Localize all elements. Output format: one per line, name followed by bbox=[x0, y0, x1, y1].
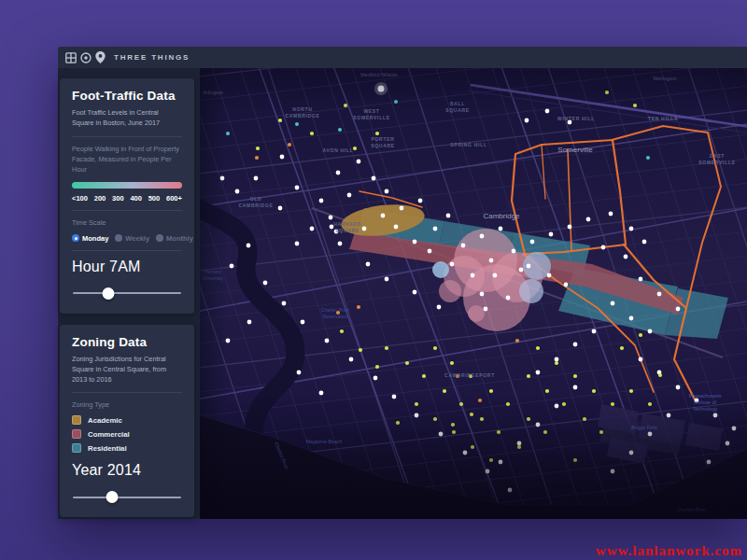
zoning-legend-residential: Residential bbox=[72, 443, 182, 453]
svg-text:TEN HILLS: TEN HILLS bbox=[648, 116, 678, 121]
sidebar: Foot-Traffic Data Foot Traffic Levels in… bbox=[58, 68, 200, 519]
svg-text:Arlington: Arlington bbox=[203, 90, 223, 95]
traffic-gradient-bar bbox=[72, 182, 182, 189]
year-value: Year 2014 bbox=[72, 462, 182, 479]
svg-text:PORTER: PORTER bbox=[371, 136, 394, 142]
pin-icon bbox=[95, 51, 106, 63]
svg-text:SQUARE: SQUARE bbox=[371, 143, 395, 148]
radio-icon[interactable] bbox=[156, 234, 163, 242]
time-option-label: Monthly bbox=[166, 234, 193, 243]
foot-traffic-panel: Foot-Traffic Data Foot Traffic Levels in… bbox=[60, 78, 194, 314]
svg-text:CAMBRIDGEPORT: CAMBRIDGEPORT bbox=[444, 372, 495, 378]
svg-text:NORTH: NORTH bbox=[292, 106, 312, 112]
map-canvas[interactable]: ArlingtonMedford HillsideWellingtonNORTH… bbox=[200, 68, 747, 519]
app-window: THREE THINGS Foot-Traffic Data Foot Traf… bbox=[58, 47, 747, 519]
zoning-label: Academic bbox=[88, 416, 122, 425]
time-option-label: Weekly bbox=[125, 234, 149, 243]
svg-text:HARVARD: HARVARD bbox=[333, 221, 360, 227]
zoning-label: Commercial bbox=[88, 430, 130, 439]
grid-icon bbox=[65, 52, 77, 63]
svg-text:Harvard: Harvard bbox=[204, 269, 221, 274]
svg-text:AVON HILL: AVON HILL bbox=[323, 147, 354, 153]
hour-slider-track[interactable] bbox=[73, 292, 181, 294]
svg-text:SOMERVILLE: SOMERVILLE bbox=[698, 160, 735, 165]
hour-slider-thumb[interactable] bbox=[103, 287, 115, 300]
time-option-monday[interactable]: Monday bbox=[72, 234, 108, 243]
zoning-legend-commercial: Commercial bbox=[72, 429, 182, 439]
year-slider-thumb[interactable] bbox=[106, 491, 118, 503]
svg-text:Charles River: Charles River bbox=[677, 507, 707, 512]
divider bbox=[72, 250, 182, 251]
scale-label: 600+ bbox=[166, 194, 182, 203]
svg-text:OLD: OLD bbox=[250, 196, 262, 202]
svg-text:Reservation: Reservation bbox=[323, 314, 348, 319]
svg-text:Technology: Technology bbox=[693, 406, 718, 412]
radio-icon[interactable] bbox=[115, 234, 122, 242]
traffic-scale-labels: <100200300400500600+ bbox=[72, 194, 182, 203]
svg-text:Wellington: Wellington bbox=[653, 76, 677, 81]
app-title: THREE THINGS bbox=[114, 53, 190, 62]
svg-text:SQUARE: SQUARE bbox=[445, 107, 470, 113]
svg-text:Briggs Field: Briggs Field bbox=[631, 425, 657, 430]
zoning-type-label: Zoning Type bbox=[72, 400, 182, 411]
zoning-swatch bbox=[72, 429, 81, 439]
svg-text:CAMBRIDGE: CAMBRIDGE bbox=[285, 113, 319, 119]
watermark-text: www.lanlanwork.com bbox=[596, 543, 742, 559]
year-slider[interactable] bbox=[73, 491, 181, 503]
scale-label: 200 bbox=[94, 194, 106, 203]
panel-subtitle: Foot Traffic Levels in Central Square in… bbox=[72, 108, 182, 129]
app-header: THREE THINGS bbox=[58, 47, 747, 68]
zoning-panel: Zoning Data Zoning Jurisdictions for Cen… bbox=[60, 325, 194, 518]
time-option-monthly[interactable]: Monthly bbox=[156, 234, 193, 243]
scale-label: 300 bbox=[112, 194, 124, 203]
zoning-label: Residential bbox=[88, 444, 127, 453]
zoning-swatch bbox=[72, 443, 81, 453]
time-option-label: Monday bbox=[82, 234, 108, 243]
panel-title: Zoning Data bbox=[72, 335, 182, 349]
legend-caption: People Walking in Front of Property Faca… bbox=[72, 145, 182, 175]
svg-text:SOMERVILLE: SOMERVILLE bbox=[353, 115, 389, 120]
svg-text:Cambridge: Cambridge bbox=[483, 212, 520, 220]
desktop-background: THREE THINGS Foot-Traffic Data Foot Traf… bbox=[0, 0, 747, 560]
svg-text:Somerville: Somerville bbox=[557, 146, 593, 154]
divider bbox=[72, 210, 182, 211]
scale-label: <100 bbox=[72, 194, 88, 203]
svg-text:EAST: EAST bbox=[710, 153, 725, 159]
svg-text:BALL: BALL bbox=[450, 101, 465, 106]
zoning-swatch bbox=[72, 415, 81, 425]
time-scale-label: Time Scale bbox=[72, 218, 182, 229]
hour-value: Hour 7AM bbox=[72, 259, 182, 275]
time-scale-options: MondayWeeklyMonthly bbox=[72, 234, 182, 243]
zoning-legend: AcademicCommercialResidential bbox=[72, 415, 182, 453]
panel-title: Foot-Traffic Data bbox=[72, 89, 182, 103]
svg-text:Magazine Beach: Magazine Beach bbox=[306, 439, 343, 444]
hour-slider[interactable] bbox=[73, 287, 181, 300]
svg-text:WEST: WEST bbox=[363, 108, 379, 114]
app-body: Foot-Traffic Data Foot Traffic Levels in… bbox=[58, 68, 747, 519]
target-icon bbox=[80, 52, 92, 63]
scale-label: 400 bbox=[130, 194, 142, 203]
scale-label: 500 bbox=[148, 194, 161, 203]
zoning-legend-academic: Academic bbox=[72, 415, 182, 425]
svg-text:SQUARE: SQUARE bbox=[335, 228, 359, 233]
svg-text:Massachusetts: Massachusetts bbox=[689, 393, 722, 399]
svg-text:Charles River: Charles River bbox=[321, 307, 350, 313]
svg-text:WINTER HILL: WINTER HILL bbox=[557, 116, 595, 121]
panel-subtitle: Zoning Jurisdictions for Central Square … bbox=[72, 355, 182, 385]
svg-text:CAMBRIDGE: CAMBRIDGE bbox=[238, 203, 273, 208]
divider bbox=[72, 392, 182, 393]
svg-text:SPRING HILL: SPRING HILL bbox=[450, 142, 486, 147]
year-slider-track[interactable] bbox=[73, 497, 181, 498]
radio-icon[interactable] bbox=[72, 234, 79, 242]
svg-text:Medford Hillside: Medford Hillside bbox=[360, 72, 397, 77]
time-option-weekly[interactable]: Weekly bbox=[115, 234, 149, 243]
svg-text:University: University bbox=[203, 275, 223, 281]
svg-text:Institute of: Institute of bbox=[694, 399, 716, 405]
map-view[interactable]: ArlingtonMedford HillsideWellingtonNORTH… bbox=[200, 68, 747, 519]
divider bbox=[72, 136, 182, 137]
